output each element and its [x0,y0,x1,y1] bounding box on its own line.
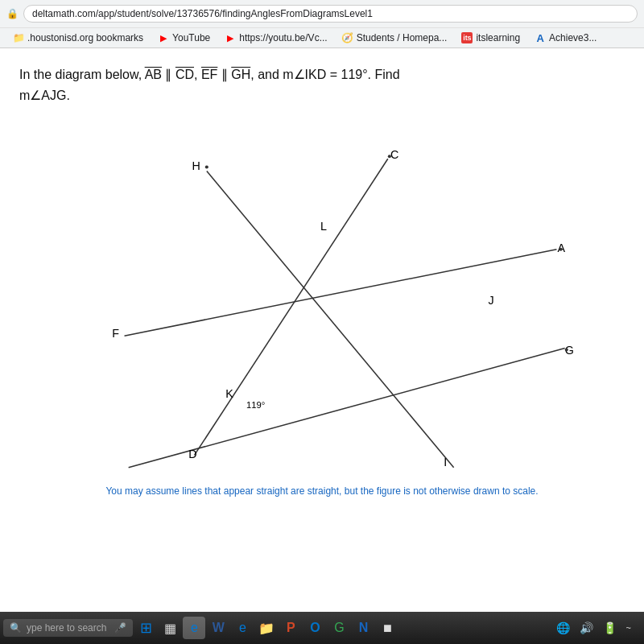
dot-G [565,349,568,352]
url-field[interactable]: deltamath.com/app/student/solve/13736576… [23,5,638,23]
line-hi [207,171,454,468]
outlook-icon[interactable]: O [303,617,326,639]
network-icon[interactable]: 🌐 [553,620,573,636]
problem-text-2: m∠AJG. [19,89,70,102]
task-view-button[interactable]: ▦ [159,617,181,639]
search-text: ype here to search [27,622,106,634]
dot-A [559,248,563,251]
bookmarks-bar: 📁 .houstonisd.org bookmarks ▶ YouTube ▶ … [0,27,644,47]
disclaimer: You may assume lines that appear straigh… [19,485,625,497]
misc-icon[interactable]: ■ [376,617,398,639]
bookmark-label: .houstonisd.org bookmarks [27,32,143,43]
its-icon: its [461,32,473,43]
n-app-icon[interactable]: N [352,617,374,639]
youtube-icon-2: ▶ [225,32,236,43]
time-display: ~ [626,623,631,633]
point-A: A [558,242,566,254]
battery-icon[interactable]: 🔋 [600,620,620,636]
point-H: H [192,159,200,172]
bookmark-achieve[interactable]: A Achieve3... [528,31,603,45]
folder-icon: 📁 [13,32,24,43]
bookmark-label: Students / Homepa... [357,32,448,43]
problem-text-1: In the diagram below, AB ∥ CD, EF ∥ GH, … [19,68,400,81]
dot-C [388,155,391,158]
bookmark-label: YouTube [172,32,210,43]
lock-icon: 🔒 [6,8,19,19]
diagram-container: H C L A J F G K 119° D I B E [19,114,625,476]
taskbar: 🔍 ype here to search 🎤 ⊞ ▦ e W e 📁 P O G… [0,612,644,644]
browser-chrome: 🔒 deltamath.com/app/student/solve/137365… [0,0,644,48]
word-taskbar-icon[interactable]: W [207,617,229,639]
edge-taskbar-icon[interactable]: e [231,617,254,639]
taskbar-time: ~ [623,621,634,634]
powerpoint-icon[interactable]: P [279,617,302,639]
bookmark-students[interactable]: 🧭 Students / Homepa... [336,31,454,45]
system-tray: 🌐 🔊 🔋 ~ [553,620,641,636]
file-explorer-icon[interactable]: 📁 [255,617,278,639]
volume-icon[interactable]: 🔊 [576,620,597,636]
search-icon: 🔍 [10,622,22,634]
bookmark-label: https://youtu.be/Vc... [239,32,327,43]
chrome-icon[interactable]: G [328,617,350,639]
bookmark-youtu-be[interactable]: ▶ https://youtu.be/Vc... [218,31,333,45]
bookmark-youtube[interactable]: ▶ YouTube [151,31,217,45]
point-J: J [489,294,494,307]
point-D: D [188,448,196,460]
bookmark-label: Achieve3... [549,32,597,43]
point-C: C [390,148,398,161]
point-K: K [225,387,233,400]
browser-taskbar-icon[interactable]: e [183,617,205,639]
line-fa [125,250,557,336]
angle-label: 119° [246,400,265,410]
bookmark-label: itslearning [476,32,520,43]
point-L: L [320,220,327,233]
achieve-icon: A [535,32,546,43]
youtube-icon: ▶ [158,32,169,43]
geometry-diagram: H C L A J F G K 119° D I B E [19,114,625,476]
compass-icon: 🧭 [342,32,353,43]
main-content: In the diagram below, AB ∥ CD, EF ∥ GH, … [0,48,644,562]
point-F: F [112,327,119,340]
bookmark-itslearning[interactable]: its itslearning [455,31,526,45]
point-I: I [444,456,447,469]
bookmark-houstonisd[interactable]: 📁 .houstonisd.org bookmarks [6,31,150,45]
address-bar: 🔒 deltamath.com/app/student/solve/137365… [0,0,644,27]
line-cd [194,159,387,455]
mic-icon: 🎤 [114,622,126,634]
problem-statement: In the diagram below, AB ∥ CD, EF ∥ GH, … [19,64,625,105]
taskbar-search[interactable]: 🔍 ype here to search 🎤 [3,619,133,637]
windows-button[interactable]: ⊞ [134,617,157,639]
dot-H [205,166,208,169]
